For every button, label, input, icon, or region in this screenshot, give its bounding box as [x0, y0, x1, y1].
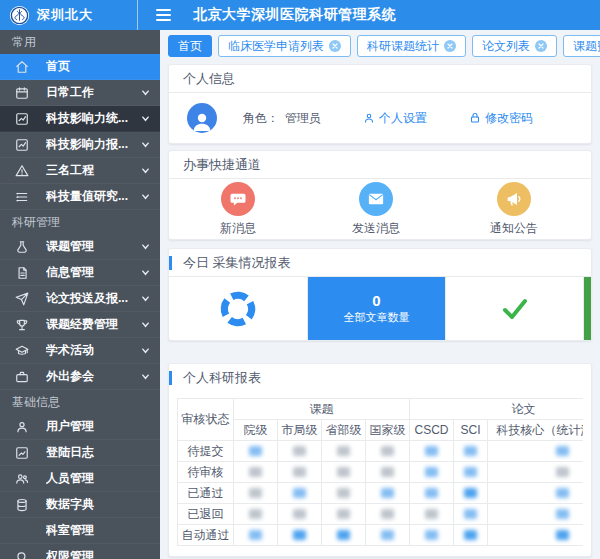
- blurred-value: [249, 446, 262, 456]
- tab-home[interactable]: 首页: [168, 35, 212, 57]
- green-partial-tile[interactable]: [583, 277, 591, 340]
- sidebar-item-label: 数据字典: [46, 496, 150, 513]
- send-message-button[interactable]: 发送消息: [307, 182, 445, 237]
- personal-settings-link[interactable]: 个人设置: [363, 110, 427, 127]
- flask-icon: [14, 240, 30, 254]
- col-header: 国家级: [366, 420, 410, 441]
- blurred-value: [464, 467, 477, 477]
- today-report-title: 今日 采集情况报表: [183, 255, 291, 270]
- blurred-value: [381, 488, 394, 498]
- blurred-value: [464, 530, 477, 540]
- tab-paper-list[interactable]: 论文列表: [472, 35, 557, 57]
- log-chart-icon: [14, 446, 30, 460]
- col-header-status: 审核状态: [178, 399, 234, 441]
- blurred-value: [556, 488, 569, 498]
- app-title: 北京大学深圳医院科研管理系统: [193, 6, 396, 24]
- blurred-value: [381, 530, 394, 540]
- blurred-value: [249, 488, 262, 498]
- calendar-icon: [14, 86, 30, 100]
- blurred-value: [293, 488, 306, 498]
- col-header: SCI: [454, 420, 488, 441]
- logo-text: 深圳北大: [37, 6, 93, 24]
- change-password-link[interactable]: 修改密码: [469, 110, 533, 127]
- sidebar-item-project-management[interactable]: 课题管理: [0, 234, 160, 260]
- col-header: CSCD: [410, 420, 454, 441]
- sidebar-item-tech-impact-report[interactable]: 科技影响力报...: [0, 132, 160, 158]
- col-header: 市局级: [278, 420, 322, 441]
- quick-item-label: 通知公告: [490, 220, 538, 237]
- quick-actions-title: 办事快捷通道: [169, 151, 591, 179]
- chevron-down-icon: [141, 242, 150, 251]
- sidebar-item-label: 三名工程: [46, 162, 141, 179]
- sidebar-section-label: 基础信息: [0, 390, 160, 414]
- blurred-value: [249, 509, 262, 519]
- person-outline-icon: [363, 112, 375, 124]
- blurred-value: [293, 530, 306, 540]
- sidebar-item-label: 科室管理: [46, 522, 150, 539]
- chevron-down-icon: [141, 88, 150, 97]
- blurred-value: [556, 467, 569, 477]
- sidebar-item-academic-activities[interactable]: 学术活动: [0, 338, 160, 364]
- sidebar-item-project-funds[interactable]: 课题经费管理: [0, 312, 160, 338]
- report-table-wrap: 审核状态 课题 论文 院级 市局级 省部级 国家级 CSCD SCI: [177, 398, 583, 546]
- personal-info-title: 个人信息: [169, 65, 591, 93]
- sidebar-item-daily-work[interactable]: 日常工作: [0, 80, 160, 106]
- today-report-card: 今日 采集情况报表 0 全部文章数量: [168, 248, 592, 341]
- sidebar-item-label: 科技影响力报...: [46, 136, 141, 153]
- tab-close-icon[interactable]: [535, 40, 547, 52]
- sidebar-item-info-management[interactable]: 信息管理: [0, 260, 160, 286]
- blurred-value: [293, 446, 306, 456]
- sidebar-item-label: 首页: [46, 58, 150, 75]
- sidebar-item-tech-impact-stats[interactable]: 科技影响力统...: [0, 106, 160, 132]
- sidebar-item-user-management[interactable]: 用户管理: [0, 414, 160, 440]
- sidebar-item-three-programs[interactable]: 三名工程: [0, 158, 160, 184]
- tab-close-icon[interactable]: [444, 40, 456, 52]
- stat-value: 0: [372, 292, 380, 309]
- sidebar-item-paper-submission[interactable]: 论文投送及报...: [0, 286, 160, 312]
- sidebar-item-label: 日常工作: [46, 84, 141, 101]
- blurred-value: [556, 446, 569, 456]
- hamburger-icon[interactable]: [152, 5, 175, 25]
- chart-box-icon: [14, 112, 30, 126]
- spinner-tile[interactable]: [169, 277, 307, 340]
- blurred-value: [425, 488, 438, 498]
- briefcase-icon: [14, 370, 30, 384]
- megaphone-icon: [497, 182, 531, 216]
- blurred-value: [464, 509, 477, 519]
- home-icon: [14, 60, 30, 74]
- chevron-down-icon: [141, 166, 150, 175]
- sidebar-item-conference[interactable]: 外出参会: [0, 364, 160, 390]
- tab-project-fee-report[interactable]: 课题费用报表: [563, 35, 600, 57]
- sidebar-item-personnel[interactable]: 人员管理: [0, 466, 160, 492]
- sidebar-item-data-dictionary[interactable]: 数据字典: [0, 492, 160, 518]
- chevron-down-icon: [141, 114, 150, 123]
- database-icon: [14, 498, 30, 512]
- paper-plane-icon: [14, 292, 30, 306]
- blurred-value: [464, 488, 477, 498]
- announcements-button[interactable]: 通知公告: [445, 182, 583, 237]
- tab-clinical-apply-list[interactable]: 临床医学申请列表: [218, 35, 351, 57]
- tab-close-icon[interactable]: [329, 40, 341, 52]
- people-icon: [14, 472, 30, 486]
- sidebar-item-label: 登陆日志: [46, 444, 150, 461]
- chevron-down-icon: [141, 346, 150, 355]
- blurred-value: [249, 530, 262, 540]
- sidebar-item-tech-value-research[interactable]: 科技量值研究...: [0, 184, 160, 210]
- tab-label: 课题费用报表: [573, 38, 600, 55]
- total-articles-tile[interactable]: 0 全部文章数量: [307, 277, 445, 340]
- sidebar-item-permission[interactable]: 权限管理: [0, 544, 160, 559]
- sidebar: 常用 首页 日常工作 科技影响力统... 科技影响力报... 三名工程 科技: [0, 30, 160, 559]
- check-tile[interactable]: [445, 277, 583, 340]
- new-message-button[interactable]: 新消息: [169, 182, 307, 237]
- sidebar-item-home[interactable]: 首页: [0, 54, 160, 80]
- sidebar-item-label: 外出参会: [46, 368, 141, 385]
- col-header: 院级: [234, 420, 278, 441]
- table-row: 已退回: [178, 504, 584, 525]
- alert-triangle-icon: [14, 164, 30, 178]
- top-header: 深圳北大 北京大学深圳医院科研管理系统: [0, 0, 600, 30]
- row-label: 待提交: [178, 441, 234, 462]
- personal-info-card: 个人信息 角色： 管理员 个人设置 修改密码: [168, 64, 592, 144]
- tab-research-project-stats[interactable]: 科研课题统计: [357, 35, 466, 57]
- sidebar-item-department[interactable]: 科室管理: [0, 518, 160, 544]
- sidebar-item-login-log[interactable]: 登陆日志: [0, 440, 160, 466]
